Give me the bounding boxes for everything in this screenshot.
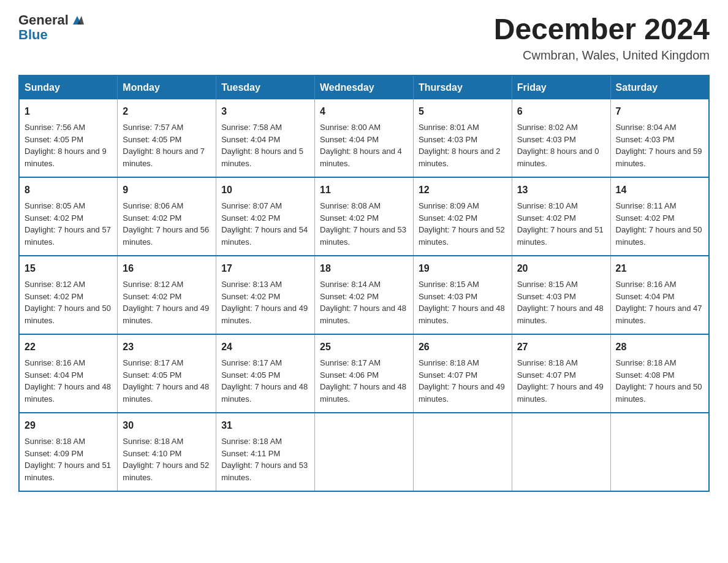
calendar-cell: 10Sunrise: 8:07 AMSunset: 4:02 PMDayligh… bbox=[216, 177, 315, 256]
calendar-cell: 16Sunrise: 8:12 AMSunset: 4:02 PMDayligh… bbox=[118, 256, 216, 334]
day-number: 14 bbox=[616, 183, 703, 197]
day-number: 3 bbox=[221, 104, 309, 119]
day-info: Sunrise: 7:56 AMSunset: 4:05 PMDaylight:… bbox=[25, 123, 107, 168]
day-info: Sunrise: 8:02 AMSunset: 4:03 PMDaylight:… bbox=[517, 123, 599, 168]
day-info: Sunrise: 8:18 AMSunset: 4:07 PMDaylight:… bbox=[517, 358, 604, 404]
day-info: Sunrise: 8:12 AMSunset: 4:02 PMDaylight:… bbox=[123, 280, 209, 325]
day-info: Sunrise: 8:17 AMSunset: 4:05 PMDaylight:… bbox=[123, 358, 209, 404]
day-number: 4 bbox=[320, 104, 408, 119]
day-number: 30 bbox=[123, 418, 211, 433]
calendar-cell: 17Sunrise: 8:13 AMSunset: 4:02 PMDayligh… bbox=[216, 256, 315, 334]
calendar-cell: 3Sunrise: 7:58 AMSunset: 4:04 PMDaylight… bbox=[216, 99, 315, 177]
day-info: Sunrise: 8:07 AMSunset: 4:02 PMDaylight:… bbox=[221, 201, 308, 247]
calendar-cell: 23Sunrise: 8:17 AMSunset: 4:05 PMDayligh… bbox=[118, 334, 216, 413]
day-number: 28 bbox=[616, 340, 703, 354]
day-info: Sunrise: 8:18 AMSunset: 4:07 PMDaylight:… bbox=[419, 358, 505, 404]
day-number: 26 bbox=[419, 340, 507, 354]
calendar-cell: 31Sunrise: 8:18 AMSunset: 4:11 PMDayligh… bbox=[216, 413, 315, 491]
calendar-week-row: 22Sunrise: 8:16 AMSunset: 4:04 PMDayligh… bbox=[19, 334, 709, 413]
calendar-cell: 20Sunrise: 8:15 AMSunset: 4:03 PMDayligh… bbox=[512, 256, 610, 334]
day-info: Sunrise: 8:05 AMSunset: 4:02 PMDaylight:… bbox=[25, 201, 111, 247]
calendar-week-row: 29Sunrise: 8:18 AMSunset: 4:09 PMDayligh… bbox=[19, 413, 709, 491]
calendar-cell bbox=[413, 413, 512, 491]
day-info: Sunrise: 7:57 AMSunset: 4:05 PMDaylight:… bbox=[123, 123, 205, 168]
day-number: 21 bbox=[616, 261, 703, 276]
day-number: 8 bbox=[25, 183, 112, 197]
day-info: Sunrise: 7:58 AMSunset: 4:04 PMDaylight:… bbox=[221, 123, 303, 168]
day-number: 31 bbox=[221, 418, 309, 433]
day-info: Sunrise: 8:06 AMSunset: 4:02 PMDaylight:… bbox=[123, 201, 209, 247]
day-info: Sunrise: 8:12 AMSunset: 4:02 PMDaylight:… bbox=[25, 280, 111, 325]
day-number: 20 bbox=[517, 261, 605, 276]
day-number: 12 bbox=[419, 183, 507, 197]
day-number: 16 bbox=[123, 261, 211, 276]
day-info: Sunrise: 8:00 AMSunset: 4:04 PMDaylight:… bbox=[320, 123, 402, 168]
calendar-cell: 28Sunrise: 8:18 AMSunset: 4:08 PMDayligh… bbox=[610, 334, 709, 413]
col-header-friday: Friday bbox=[512, 75, 610, 99]
calendar-cell: 30Sunrise: 8:18 AMSunset: 4:10 PMDayligh… bbox=[118, 413, 216, 491]
day-number: 2 bbox=[123, 104, 211, 119]
day-number: 24 bbox=[221, 340, 309, 354]
day-info: Sunrise: 8:16 AMSunset: 4:04 PMDaylight:… bbox=[616, 280, 702, 325]
col-header-thursday: Thursday bbox=[413, 75, 512, 99]
day-number: 1 bbox=[25, 104, 112, 119]
logo-blue-text: Blue bbox=[18, 27, 48, 43]
day-number: 5 bbox=[419, 104, 507, 119]
col-header-saturday: Saturday bbox=[610, 75, 709, 99]
day-number: 22 bbox=[25, 340, 112, 354]
day-number: 17 bbox=[221, 261, 309, 276]
day-number: 18 bbox=[320, 261, 408, 276]
calendar-cell: 8Sunrise: 8:05 AMSunset: 4:02 PMDaylight… bbox=[19, 177, 118, 256]
calendar-cell: 19Sunrise: 8:15 AMSunset: 4:03 PMDayligh… bbox=[413, 256, 512, 334]
page-header: General Blue December 2024 Cwmbran, Wale… bbox=[18, 12, 710, 63]
calendar-cell: 4Sunrise: 8:00 AMSunset: 4:04 PMDaylight… bbox=[315, 99, 414, 177]
calendar-cell bbox=[610, 413, 709, 491]
day-info: Sunrise: 8:11 AMSunset: 4:02 PMDaylight:… bbox=[616, 201, 702, 247]
day-number: 15 bbox=[25, 261, 112, 276]
calendar-cell: 18Sunrise: 8:14 AMSunset: 4:02 PMDayligh… bbox=[315, 256, 414, 334]
logo: General Blue bbox=[18, 12, 84, 43]
day-number: 29 bbox=[25, 418, 112, 433]
day-info: Sunrise: 8:17 AMSunset: 4:05 PMDaylight:… bbox=[221, 358, 308, 404]
day-info: Sunrise: 8:14 AMSunset: 4:02 PMDaylight:… bbox=[320, 280, 406, 325]
calendar-cell: 12Sunrise: 8:09 AMSunset: 4:02 PMDayligh… bbox=[413, 177, 512, 256]
calendar-cell: 7Sunrise: 8:04 AMSunset: 4:03 PMDaylight… bbox=[610, 99, 709, 177]
day-info: Sunrise: 8:18 AMSunset: 4:09 PMDaylight:… bbox=[25, 437, 111, 482]
day-info: Sunrise: 8:08 AMSunset: 4:02 PMDaylight:… bbox=[320, 201, 406, 247]
day-info: Sunrise: 8:09 AMSunset: 4:02 PMDaylight:… bbox=[419, 201, 505, 247]
day-info: Sunrise: 8:04 AMSunset: 4:03 PMDaylight:… bbox=[616, 123, 702, 168]
calendar-cell: 5Sunrise: 8:01 AMSunset: 4:03 PMDaylight… bbox=[413, 99, 512, 177]
calendar-cell: 1Sunrise: 7:56 AMSunset: 4:05 PMDaylight… bbox=[19, 99, 118, 177]
calendar-cell: 14Sunrise: 8:11 AMSunset: 4:02 PMDayligh… bbox=[610, 177, 709, 256]
calendar-header-row: SundayMondayTuesdayWednesdayThursdayFrid… bbox=[19, 75, 709, 99]
day-info: Sunrise: 8:18 AMSunset: 4:10 PMDaylight:… bbox=[123, 437, 209, 482]
calendar-cell: 25Sunrise: 8:17 AMSunset: 4:06 PMDayligh… bbox=[315, 334, 414, 413]
calendar-cell: 22Sunrise: 8:16 AMSunset: 4:04 PMDayligh… bbox=[19, 334, 118, 413]
calendar-cell: 21Sunrise: 8:16 AMSunset: 4:04 PMDayligh… bbox=[610, 256, 709, 334]
day-info: Sunrise: 8:18 AMSunset: 4:11 PMDaylight:… bbox=[221, 437, 308, 482]
day-info: Sunrise: 8:13 AMSunset: 4:02 PMDaylight:… bbox=[221, 280, 308, 325]
day-number: 7 bbox=[616, 104, 703, 119]
col-header-wednesday: Wednesday bbox=[315, 75, 414, 99]
day-number: 10 bbox=[221, 183, 309, 197]
day-info: Sunrise: 8:15 AMSunset: 4:03 PMDaylight:… bbox=[517, 280, 604, 325]
day-number: 13 bbox=[517, 183, 605, 197]
calendar-cell: 29Sunrise: 8:18 AMSunset: 4:09 PMDayligh… bbox=[19, 413, 118, 491]
day-info: Sunrise: 8:16 AMSunset: 4:04 PMDaylight:… bbox=[25, 358, 111, 404]
calendar-cell: 9Sunrise: 8:06 AMSunset: 4:02 PMDaylight… bbox=[118, 177, 216, 256]
day-number: 9 bbox=[123, 183, 211, 197]
calendar-cell bbox=[315, 413, 414, 491]
calendar-cell: 13Sunrise: 8:10 AMSunset: 4:02 PMDayligh… bbox=[512, 177, 610, 256]
calendar-cell: 6Sunrise: 8:02 AMSunset: 4:03 PMDaylight… bbox=[512, 99, 610, 177]
day-number: 11 bbox=[320, 183, 408, 197]
col-header-sunday: Sunday bbox=[19, 75, 118, 99]
month-title: December 2024 bbox=[494, 12, 710, 46]
logo-icon bbox=[70, 13, 84, 27]
day-info: Sunrise: 8:15 AMSunset: 4:03 PMDaylight:… bbox=[419, 280, 505, 325]
calendar-cell: 11Sunrise: 8:08 AMSunset: 4:02 PMDayligh… bbox=[315, 177, 414, 256]
calendar-cell: 15Sunrise: 8:12 AMSunset: 4:02 PMDayligh… bbox=[19, 256, 118, 334]
title-block: December 2024 Cwmbran, Wales, United Kin… bbox=[494, 12, 710, 63]
col-header-tuesday: Tuesday bbox=[216, 75, 315, 99]
day-info: Sunrise: 8:18 AMSunset: 4:08 PMDaylight:… bbox=[616, 358, 702, 404]
col-header-monday: Monday bbox=[118, 75, 216, 99]
